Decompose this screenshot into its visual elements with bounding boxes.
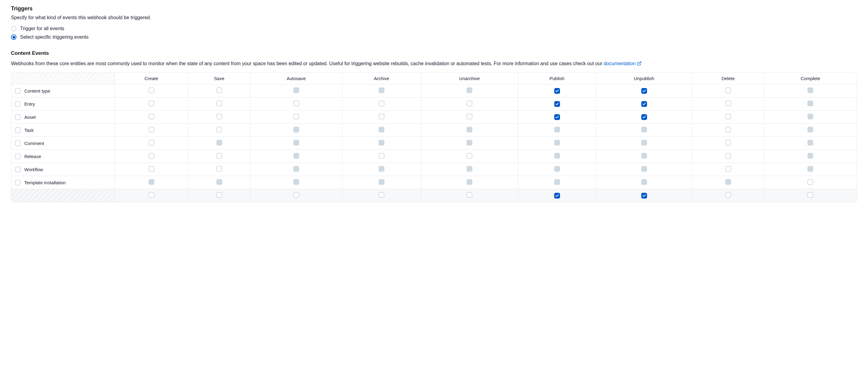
row-select-comment[interactable]: [15, 140, 21, 146]
checkbox-release-unarchive[interactable]: [467, 153, 472, 159]
checkbox-workflow-save[interactable]: [216, 166, 222, 172]
summary-checkbox-create[interactable]: [149, 192, 154, 198]
checkbox-asset-delete[interactable]: [725, 114, 731, 119]
checkbox-entry-save[interactable]: [216, 100, 222, 106]
checkbox-workflow-unpublish: [641, 166, 647, 172]
checkbox-release-delete[interactable]: [725, 153, 731, 159]
cell-release-unpublish: [596, 150, 692, 163]
summary-checkbox-autosave[interactable]: [293, 192, 299, 198]
trigger-all-radio[interactable]: [11, 26, 17, 31]
trigger-all-radio-row[interactable]: Trigger for all events: [11, 26, 857, 31]
row-select-asset[interactable]: [15, 114, 21, 120]
cell-workflow-complete: [764, 163, 857, 176]
cell-asset-create: [115, 111, 188, 124]
checkbox-asset-archive[interactable]: [379, 114, 384, 119]
checkbox-entry-delete[interactable]: [725, 100, 731, 106]
row-select-entry[interactable]: [15, 101, 21, 107]
summary-checkbox-delete[interactable]: [725, 192, 731, 198]
checkbox-comment-autosave: [293, 140, 299, 146]
row-label-cell: Entry: [11, 97, 115, 111]
checkbox-comment-delete[interactable]: [725, 140, 731, 146]
trigger-specific-radio-row[interactable]: Select specific triggering events: [11, 34, 857, 40]
cell-task-complete: [764, 124, 857, 137]
checkbox-asset-unarchive[interactable]: [467, 114, 472, 119]
summary-cell-unpublish: [596, 189, 692, 202]
checkbox-task-delete[interactable]: [725, 127, 731, 133]
checkbox-entry-unpublish[interactable]: [641, 101, 647, 107]
cell-asset-publish: [518, 111, 596, 124]
column-header-delete: Delete: [692, 73, 764, 84]
cell-entry-complete: [764, 97, 857, 111]
checkbox-content-type-delete[interactable]: [725, 87, 731, 93]
cell-task-unarchive: [421, 124, 518, 137]
cell-template-installation-archive: [342, 176, 421, 189]
checkbox-content-type-complete: [807, 87, 813, 93]
checkbox-entry-publish[interactable]: [554, 101, 560, 107]
checkbox-template-installation-unarchive: [467, 179, 472, 185]
summary-checkbox-unarchive[interactable]: [467, 192, 472, 198]
checkbox-template-installation-delete: [725, 179, 731, 185]
documentation-link[interactable]: documentation: [603, 60, 642, 67]
checkbox-workflow-delete[interactable]: [725, 166, 731, 172]
checkbox-release-create[interactable]: [149, 153, 154, 159]
checkbox-comment-unpublish: [641, 140, 647, 146]
row-select-template-installation[interactable]: [15, 180, 21, 185]
summary-checkbox-unpublish[interactable]: [641, 193, 647, 199]
checkbox-template-installation-create: [149, 179, 154, 185]
checkbox-workflow-unarchive: [467, 166, 472, 172]
checkbox-content-type-save[interactable]: [216, 87, 222, 93]
row-select-release[interactable]: [15, 153, 21, 159]
checkbox-asset-unpublish[interactable]: [641, 114, 647, 120]
checkbox-task-save[interactable]: [216, 127, 222, 133]
checkbox-entry-autosave[interactable]: [293, 100, 299, 106]
cell-comment-unarchive: [421, 137, 518, 150]
checkbox-entry-archive[interactable]: [379, 100, 384, 106]
checkbox-task-create[interactable]: [149, 127, 154, 133]
row-label-text: Task: [24, 127, 34, 133]
checkbox-asset-publish[interactable]: [554, 114, 560, 120]
checkbox-template-installation-archive: [379, 179, 384, 185]
checkbox-workflow-create[interactable]: [149, 166, 154, 172]
checkbox-template-installation-publish: [554, 179, 560, 185]
checkbox-asset-create[interactable]: [149, 114, 154, 119]
cell-asset-autosave: [250, 111, 342, 124]
cell-task-unpublish: [596, 124, 692, 137]
checkbox-asset-autosave[interactable]: [293, 114, 299, 119]
row-label-text: Asset: [24, 115, 36, 120]
checkbox-content-type-publish[interactable]: [554, 88, 560, 94]
checkbox-release-autosave: [293, 153, 299, 159]
cell-task-delete: [692, 124, 764, 137]
cell-asset-save: [188, 111, 250, 124]
checkbox-release-save[interactable]: [216, 153, 222, 159]
checkbox-asset-save[interactable]: [216, 114, 222, 119]
checkbox-asset-complete: [807, 114, 813, 119]
checkbox-entry-unarchive[interactable]: [467, 100, 472, 106]
checkbox-release-unpublish: [641, 153, 647, 159]
summary-checkbox-save[interactable]: [216, 192, 222, 198]
checkbox-content-type-unpublish[interactable]: [641, 88, 647, 94]
cell-template-installation-unarchive: [421, 176, 518, 189]
summary-checkbox-archive[interactable]: [379, 192, 384, 198]
checkbox-entry-create[interactable]: [149, 100, 154, 106]
cell-entry-publish: [518, 97, 596, 111]
row-select-content-type[interactable]: [15, 88, 21, 94]
summary-cell-publish: [518, 189, 596, 202]
row-select-workflow[interactable]: [15, 167, 21, 172]
row-select-task[interactable]: [15, 127, 21, 133]
checkbox-template-installation-complete[interactable]: [807, 179, 813, 185]
cell-workflow-delete: [692, 163, 764, 176]
checkbox-content-type-create[interactable]: [149, 87, 154, 93]
checkbox-release-archive[interactable]: [379, 153, 384, 159]
cell-template-installation-unpublish: [596, 176, 692, 189]
table-row: Comment: [11, 137, 857, 150]
row-label-cell: Asset: [11, 111, 115, 124]
summary-checkbox-complete[interactable]: [807, 192, 813, 198]
column-header-autosave: Autosave: [250, 73, 342, 84]
cell-asset-unarchive: [421, 111, 518, 124]
checkbox-task-publish: [554, 127, 560, 133]
summary-checkbox-publish[interactable]: [554, 193, 560, 199]
checkbox-template-installation-unpublish: [641, 179, 647, 185]
checkbox-comment-create[interactable]: [149, 140, 154, 146]
trigger-specific-radio[interactable]: [11, 34, 17, 40]
cell-content-type-create: [115, 84, 188, 97]
